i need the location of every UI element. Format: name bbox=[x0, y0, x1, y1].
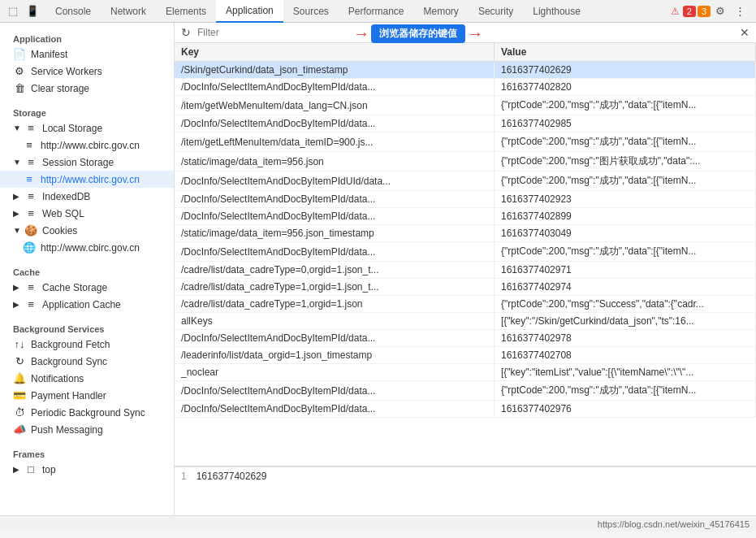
payment-handler-icon: 💳 bbox=[13, 389, 26, 401]
table-row[interactable]: /item/getLeftMenuItem/data_itemID=900.js… bbox=[175, 132, 756, 152]
table-container[interactable]: Key Value /Skin/getCurkind/data_json_tim… bbox=[175, 43, 756, 466]
device-icon[interactable]: 📱 bbox=[23, 2, 42, 21]
push-messaging-icon: 📣 bbox=[13, 423, 26, 436]
tab-application[interactable]: Application bbox=[216, 0, 283, 23]
indexeddb-icon: ≡ bbox=[24, 190, 37, 202]
table-cell-key: _noclear bbox=[175, 364, 495, 381]
cookies-icon: 🍪 bbox=[24, 224, 37, 236]
detail-value: 1616377402629 bbox=[197, 471, 267, 482]
table-row[interactable]: /cadre/list/data_cadreType=1,orgid=1.jso… bbox=[175, 279, 756, 296]
table-cell-key: /DocInfo/SelectItemAndDocByItemPIdUId/da… bbox=[175, 171, 495, 191]
table-row[interactable]: /cadre/list/data_cadreType=1,orgid=1.jso… bbox=[175, 296, 756, 313]
sidebar-item-cookies[interactable]: ▼ 🍪 Cookies bbox=[0, 222, 174, 239]
table-cell-value: {"rptCode":200,"msg":"成功","data":[{"item… bbox=[495, 381, 756, 401]
table-cell-key: /static/image/data_item=956.json_timesta… bbox=[175, 225, 495, 242]
table-cell-key: /Skin/getCurkind/data_json_timestamp bbox=[175, 62, 495, 79]
status-bar: https://blog.csdn.net/weixin_45176415 bbox=[0, 515, 756, 531]
table-row[interactable]: /Skin/getCurkind/data_json_timestamp1616… bbox=[175, 62, 756, 79]
table-row[interactable]: /leaderinfo/list/data_orgid=1.json_times… bbox=[175, 347, 756, 364]
inspect-icon[interactable]: ⬚ bbox=[3, 2, 23, 21]
status-url: https://blog.csdn.net/weixin_45176415 bbox=[598, 519, 750, 529]
section-frames-title: Frames bbox=[0, 445, 174, 461]
table-row[interactable]: /cadre/list/data_cadreType=0,orgid=1.jso… bbox=[175, 262, 756, 279]
periodic-sync-icon: ⏱ bbox=[13, 406, 26, 419]
sidebar-item-indexeddb[interactable]: ▶ ≡ IndexedDB bbox=[0, 188, 174, 205]
table-row[interactable]: _noclear[{"key":"itemList","value":[{\"i… bbox=[175, 364, 756, 381]
filter-refresh-button[interactable]: ↻ bbox=[181, 26, 191, 39]
table-cell-value: [{"key":"itemList","value":[{\"itemName\… bbox=[495, 364, 756, 381]
devtools-controls: ⬚ 📱 bbox=[0, 2, 45, 21]
detail-area: 1 1616377402629 bbox=[175, 466, 756, 515]
sidebar-item-session-storage[interactable]: ▼ ≡ Session Storage bbox=[0, 154, 174, 171]
tab-security[interactable]: Security bbox=[469, 0, 523, 23]
sidebar-item-push-messaging[interactable]: 📣 Push Messaging bbox=[0, 421, 174, 438]
section-application-title: Application bbox=[0, 29, 174, 46]
sidebar-item-cookies-url[interactable]: 🌐 http://www.cbirc.gov.cn bbox=[0, 239, 174, 256]
sidebar-item-clear-storage[interactable]: 🗑 Clear storage bbox=[0, 80, 174, 97]
table-row[interactable]: /DocInfo/SelectItemAndDocByItemPId/data.… bbox=[175, 115, 756, 132]
table-cell-value: {"rptCode":200,"msg":"成功","data":[{"item… bbox=[495, 96, 756, 115]
table-cell-value: 1616377402976 bbox=[495, 401, 756, 418]
sidebar-item-session-storage-url[interactable]: ≡ http://www.cbirc.gov.cn bbox=[0, 171, 174, 188]
service-workers-icon: ⚙ bbox=[13, 65, 26, 77]
expand-websql-arrow: ▶ bbox=[13, 209, 21, 218]
cache-storage-icon: ≡ bbox=[24, 281, 37, 293]
manifest-icon: 📄 bbox=[13, 48, 26, 60]
table-row[interactable]: /DocInfo/SelectItemAndDocByItemPIdUId/da… bbox=[175, 171, 756, 191]
notifications-icon: 🔔 bbox=[13, 372, 26, 384]
sidebar-item-bg-sync[interactable]: ↻ Background Sync bbox=[0, 353, 174, 370]
table-row[interactable]: /DocInfo/SelectItemAndDocByItemPId/data.… bbox=[175, 381, 756, 401]
filter-clear-button[interactable]: ✕ bbox=[740, 26, 750, 39]
table-row[interactable]: /DocInfo/SelectItemAndDocByItemPId/data.… bbox=[175, 330, 756, 347]
table-cell-key: allKeys bbox=[175, 313, 495, 330]
sidebar-item-manifest[interactable]: 📄 Manifest bbox=[0, 46, 174, 63]
tab-performance[interactable]: Performance bbox=[339, 0, 414, 23]
detail-line-number: 1 bbox=[181, 471, 187, 482]
sidebar-item-local-storage[interactable]: ▼ ≡ Local Storage bbox=[0, 119, 174, 137]
websql-icon: ≡ bbox=[24, 207, 37, 219]
sidebar-item-periodic-sync[interactable]: ⏱ Periodic Background Sync bbox=[0, 404, 174, 421]
more-icon[interactable]: ⋮ bbox=[730, 2, 750, 21]
table-cell-value: 1616377402923 bbox=[495, 191, 756, 208]
col-header-key: Key bbox=[175, 43, 495, 62]
table-row[interactable]: /DocInfo/SelectItemAndDocByItemPId/data.… bbox=[175, 79, 756, 96]
section-storage-title: Storage bbox=[0, 103, 174, 119]
sidebar-item-payment-handler[interactable]: 💳 Payment Handler bbox=[0, 387, 174, 404]
sidebar-item-service-workers[interactable]: ⚙ Service Workers bbox=[0, 63, 174, 80]
table-row[interactable]: /item/getWebMenuItem/data_lang=CN.json{"… bbox=[175, 96, 756, 115]
tab-memory[interactable]: Memory bbox=[414, 0, 469, 23]
sidebar: Application 📄 Manifest ⚙ Service Workers… bbox=[0, 23, 175, 515]
sidebar-item-bg-fetch[interactable]: ↑↓ Background Fetch bbox=[0, 336, 174, 353]
table-row[interactable]: /DocInfo/SelectItemAndDocByItemPId/data.… bbox=[175, 191, 756, 208]
tab-network[interactable]: Network bbox=[101, 0, 156, 23]
tab-elements[interactable]: Elements bbox=[156, 0, 216, 23]
table-row[interactable]: /DocInfo/SelectItemAndDocByItemPId/data.… bbox=[175, 242, 756, 262]
table-row[interactable]: /static/image/data_item=956.json{"rptCod… bbox=[175, 152, 756, 171]
session-storage-url-icon: ≡ bbox=[23, 173, 36, 185]
table-row[interactable]: /DocInfo/SelectItemAndDocByItemPId/data.… bbox=[175, 401, 756, 418]
section-cache-title: Cache bbox=[0, 262, 174, 279]
table-cell-key: /DocInfo/SelectItemAndDocByItemPId/data.… bbox=[175, 242, 495, 262]
table-row[interactable]: allKeys[{"key":"/Skin/getCurkind/data_js… bbox=[175, 313, 756, 330]
bg-sync-icon: ↻ bbox=[13, 355, 26, 367]
table-cell-value: 1616377402971 bbox=[495, 262, 756, 279]
sidebar-item-notifications[interactable]: 🔔 Notifications bbox=[0, 370, 174, 387]
table-cell-value: 1616377402820 bbox=[495, 79, 756, 96]
sidebar-item-app-cache[interactable]: ▶ ≡ Application Cache bbox=[0, 296, 174, 313]
tab-sources[interactable]: Sources bbox=[283, 0, 339, 23]
table-cell-key: /leaderinfo/list/data_orgid=1.json_times… bbox=[175, 347, 495, 364]
annotation-bubble: 浏览器储存的键值 bbox=[371, 24, 465, 43]
devtools-topbar: ⬚ 📱 Console Network Elements Application… bbox=[0, 0, 756, 23]
cookies-url-icon: 🌐 bbox=[23, 241, 36, 254]
table-cell-value: {"rptCode":200,"msg":"图片获取成功","data":... bbox=[495, 152, 756, 171]
settings-icon[interactable]: ⚙ bbox=[711, 2, 730, 21]
sidebar-item-frames-top[interactable]: ▶ □ top bbox=[0, 461, 174, 478]
table-cell-key: /static/image/data_item=956.json bbox=[175, 152, 495, 171]
table-row[interactable]: /static/image/data_item=956.json_timesta… bbox=[175, 225, 756, 242]
table-row[interactable]: /DocInfo/SelectItemAndDocByItemPId/data.… bbox=[175, 208, 756, 225]
tab-console[interactable]: Console bbox=[45, 0, 101, 23]
tab-lighthouse[interactable]: Lighthouse bbox=[523, 0, 590, 23]
sidebar-item-cache-storage[interactable]: ▶ ≡ Cache Storage bbox=[0, 279, 174, 296]
sidebar-item-websql[interactable]: ▶ ≡ Web SQL bbox=[0, 205, 174, 222]
sidebar-item-local-storage-url[interactable]: ≡ http://www.cbirc.gov.cn bbox=[0, 137, 174, 154]
